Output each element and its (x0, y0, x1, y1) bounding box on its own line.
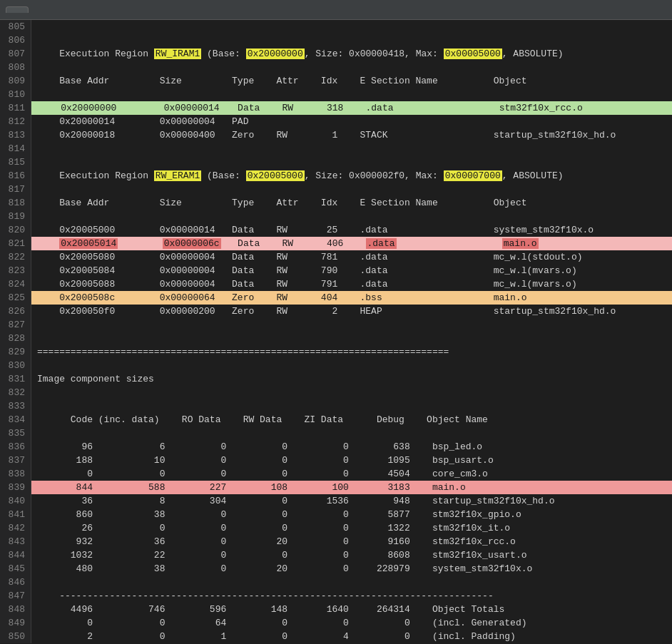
line-number: 836 (0, 440, 31, 454)
code-line-813: 813 0x20000018 0x00000400 Zero RW 1 STAC… (0, 128, 672, 142)
line-content: 0x20000014 0x00000004 PAD (31, 115, 672, 128)
file-tab[interactable] (6, 6, 29, 13)
code-line-823: 823 0x20005084 0x00000004 Data RW 790 .d… (0, 264, 672, 277)
code-line-842: 842 26 0 0 0 0 1322 stm32f10x_it.o (0, 521, 672, 535)
line-number: 819 (0, 210, 31, 223)
line-content (31, 332, 672, 345)
code-line-822: 822 0x20005080 0x00000004 Data RW 781 .d… (0, 250, 672, 264)
line-content (31, 20, 672, 34)
code-line-810: 810 (0, 88, 672, 101)
line-number: 808 (0, 61, 31, 74)
line-number: 838 (0, 467, 31, 481)
line-content: 36 8 304 0 1536 948 startup_stm32f10x_hd… (31, 494, 672, 508)
line-content: 188 10 0 0 0 1095 bsp_usart.o (31, 454, 672, 467)
line-number: 806 (0, 34, 31, 47)
line-content: 860 38 0 0 0 5877 stm32f10x_gpio.o (31, 508, 672, 521)
code-line-835: 835 (0, 426, 672, 440)
line-number: 816 (0, 169, 31, 183)
code-line-829: 829=====================================… (0, 345, 672, 359)
code-line-819: 819 (0, 210, 672, 223)
code-line-841: 841 860 38 0 0 0 5877 stm32f10x_gpio.o (0, 508, 672, 521)
code-line-849: 849 0 0 64 0 0 0 (incl. Generated) (0, 616, 672, 630)
code-line-848: 848 4496 746 596 148 1640 264314 Object … (0, 603, 672, 616)
line-number: 846 (0, 576, 31, 589)
line-content: 26 0 0 0 0 1322 stm32f10x_it.o (31, 521, 672, 535)
line-number: 812 (0, 115, 31, 128)
line-number: 807 (0, 47, 31, 61)
line-content (31, 576, 672, 589)
line-number: 837 (0, 454, 31, 467)
code-line-843: 843 932 36 0 20 0 9160 stm32f10x_rcc.o (0, 535, 672, 548)
line-content (31, 61, 672, 74)
line-content: 0x20005014 0x0000006c Data RW 406 .data … (31, 237, 672, 250)
code-line-828: 828 (0, 332, 672, 345)
line-content: 0x20000000 0x00000014 Data RW 318 .data … (31, 101, 672, 115)
code-line-809: 809 Base Addr Size Type Attr Idx E Secti… (0, 74, 672, 88)
code-line-805: 805 (0, 20, 672, 34)
line-content: Execution Region RW_IRAM1 (Base: 0x20000… (31, 47, 672, 61)
line-number: 845 (0, 562, 31, 576)
line-content: 0 0 64 0 0 0 (incl. Generated) (31, 616, 672, 630)
line-number: 835 (0, 426, 31, 440)
line-number: 833 (0, 399, 31, 413)
line-number: 831 (0, 372, 31, 386)
line-content: 0 0 0 0 0 4504 core_cm3.o (31, 467, 672, 481)
code-line-844: 844 1032 22 0 0 0 8608 stm32f10x_usart.o (0, 548, 672, 562)
code-line-833: 833 (0, 399, 672, 413)
line-number: 821 (0, 237, 31, 250)
code-line-847: 847 ------------------------------------… (0, 589, 672, 603)
line-content (31, 34, 672, 47)
line-content (31, 399, 672, 413)
code-line-834: 834 Code (inc. data) RO Data RW Data ZI … (0, 413, 672, 426)
line-content: ----------------------------------------… (31, 589, 672, 603)
line-content: 0x20000018 0x00000400 Zero RW 1 STACK st… (31, 128, 672, 142)
line-content: Execution Region RW_ERAM1 (Base: 0x20005… (31, 169, 672, 183)
code-line-806: 806 (0, 34, 672, 47)
line-content: 480 38 0 20 0 228979 system_stm32f10x.o (31, 562, 672, 576)
line-content: 96 6 0 0 0 638 bsp_led.o (31, 440, 672, 454)
line-content (31, 88, 672, 101)
line-content: 0x20005088 0x00000004 Data RW 791 .data … (31, 277, 672, 291)
line-number: 820 (0, 223, 31, 237)
line-content: 932 36 0 20 0 9160 stm32f10x_rcc.o (31, 535, 672, 548)
code-line-846: 846 (0, 576, 672, 589)
line-number: 842 (0, 521, 31, 535)
line-number: 814 (0, 142, 31, 155)
line-content: Image component sizes (31, 372, 672, 386)
code-line-826: 826 0x200050f0 0x00000200 Zero RW 2 HEAP… (0, 305, 672, 318)
tab-bar (0, 0, 672, 20)
line-number: 834 (0, 413, 31, 426)
code-line-817: 817 (0, 183, 672, 196)
code-line-821: 821 0x20005014 0x0000006c Data RW 406 .d… (0, 237, 672, 250)
line-number: 817 (0, 183, 31, 196)
line-number: 805 (0, 20, 31, 34)
line-content (31, 426, 672, 440)
code-line-816: 816 Execution Region RW_ERAM1 (Base: 0x2… (0, 169, 672, 183)
line-number: 832 (0, 386, 31, 399)
line-number: 844 (0, 548, 31, 562)
line-number: 849 (0, 616, 31, 630)
code-line-825: 825 0x2000508c 0x00000064 Zero RW 404 .b… (0, 291, 672, 305)
line-number: 818 (0, 196, 31, 210)
line-number: 823 (0, 264, 31, 277)
code-line-827: 827 (0, 318, 672, 332)
line-content: 1032 22 0 0 0 8608 stm32f10x_usart.o (31, 548, 672, 562)
code-line-824: 824 0x20005088 0x00000004 Data RW 791 .d… (0, 277, 672, 291)
line-content: Code (inc. data) RO Data RW Data ZI Data… (31, 413, 672, 426)
line-content (31, 359, 672, 372)
code-line-832: 832 (0, 386, 672, 399)
line-number: 811 (0, 101, 31, 115)
line-content: 0x200050f0 0x00000200 Zero RW 2 HEAP sta… (31, 305, 672, 318)
line-number: 813 (0, 128, 31, 142)
line-number: 825 (0, 291, 31, 305)
line-number: 829 (0, 345, 31, 359)
line-content (31, 183, 672, 196)
code-line-818: 818 Base Addr Size Type Attr Idx E Secti… (0, 196, 672, 210)
line-number: 810 (0, 88, 31, 101)
line-number: 826 (0, 305, 31, 318)
line-content: 4496 746 596 148 1640 264314 Object Tota… (31, 603, 672, 616)
line-content (31, 318, 672, 332)
line-number: 815 (0, 155, 31, 169)
code-line-840: 840 36 8 304 0 1536 948 startup_stm32f10… (0, 494, 672, 508)
line-content: 2 0 1 0 4 0 (incl. Padding) (31, 630, 672, 643)
